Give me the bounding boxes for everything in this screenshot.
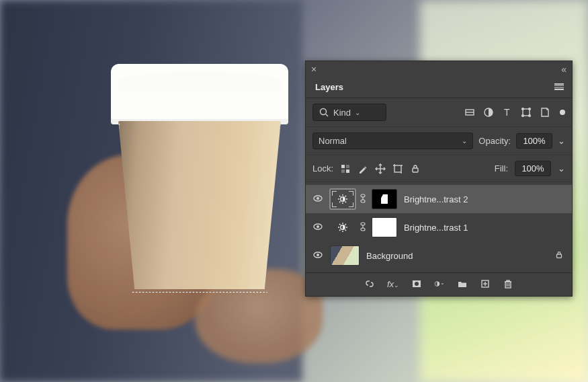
svg-line-31 bbox=[345, 202, 347, 203]
add-mask-icon[interactable] bbox=[411, 278, 422, 289]
svg-point-9 bbox=[522, 115, 524, 117]
layer-name[interactable]: Brightne...trast 1 bbox=[404, 223, 565, 233]
visibility-toggle[interactable] bbox=[312, 193, 323, 206]
blend-mode-dropdown[interactable]: Normal ⌄ bbox=[312, 132, 473, 149]
mask-link-icon[interactable] bbox=[360, 221, 368, 234]
close-icon[interactable]: × bbox=[311, 64, 317, 75]
svg-rect-17 bbox=[394, 165, 401, 172]
panel-footer: fx⌄ ⌄ bbox=[306, 272, 572, 296]
cup-lid bbox=[111, 64, 288, 124]
svg-line-33 bbox=[345, 196, 347, 197]
svg-point-10 bbox=[529, 115, 531, 117]
svg-point-7 bbox=[522, 108, 524, 110]
svg-point-0 bbox=[321, 109, 327, 115]
svg-line-46 bbox=[339, 230, 341, 231]
layers-panel: × « Layers Kind ⌄ T Normal ⌄ Opac bbox=[305, 61, 573, 297]
layer-background[interactable]: Background bbox=[306, 241, 572, 270]
filter-adjustment-icon[interactable] bbox=[483, 107, 494, 118]
layer-brightness-contrast-2[interactable]: Brightne...trast 2 bbox=[306, 185, 572, 213]
layer-effects-button[interactable]: fx⌄ bbox=[387, 279, 399, 289]
visibility-toggle[interactable] bbox=[312, 250, 323, 262]
brightness-icon bbox=[337, 194, 348, 204]
brightness-icon bbox=[337, 222, 348, 233]
svg-rect-64 bbox=[507, 280, 509, 282]
filter-smartobject-icon[interactable] bbox=[540, 107, 550, 118]
svg-line-45 bbox=[345, 230, 347, 231]
filter-shape-icon[interactable] bbox=[521, 107, 532, 118]
tab-layers[interactable]: Layers bbox=[306, 76, 353, 98]
panel-header: × « bbox=[306, 61, 572, 76]
panel-tabs: Layers bbox=[306, 76, 572, 98]
svg-point-52 bbox=[317, 254, 319, 256]
adjustment-thumbnail[interactable] bbox=[330, 217, 355, 237]
new-layer-icon[interactable] bbox=[480, 278, 491, 289]
svg-rect-53 bbox=[557, 254, 562, 258]
svg-point-55 bbox=[415, 282, 419, 286]
layer-mask-thumbnail[interactable] bbox=[372, 217, 397, 237]
delete-layer-icon[interactable] bbox=[503, 278, 513, 289]
link-layers-icon[interactable] bbox=[364, 278, 375, 289]
filter-toggle[interactable] bbox=[560, 110, 565, 115]
layer-brightness-contrast-1[interactable]: Brightne...trast 1 bbox=[306, 213, 572, 241]
image-thumbnail[interactable] bbox=[330, 245, 360, 266]
lock-label: Lock: bbox=[312, 163, 333, 174]
svg-line-30 bbox=[339, 196, 341, 197]
svg-point-8 bbox=[529, 108, 531, 110]
svg-line-32 bbox=[339, 202, 341, 203]
svg-rect-12 bbox=[346, 165, 349, 168]
opacity-value[interactable] bbox=[521, 136, 548, 146]
search-icon bbox=[319, 107, 329, 118]
lock-artboard-icon[interactable] bbox=[392, 163, 403, 174]
chevron-down-icon: ⌄ bbox=[355, 109, 360, 116]
collapse-icon[interactable]: « bbox=[561, 64, 566, 75]
opacity-input[interactable] bbox=[516, 133, 552, 149]
svg-rect-13 bbox=[341, 169, 345, 173]
panel-menu-button[interactable] bbox=[552, 79, 566, 94]
svg-point-24 bbox=[317, 197, 319, 200]
filter-row: Kind ⌄ T bbox=[306, 98, 572, 127]
svg-point-38 bbox=[317, 225, 319, 228]
fill-value[interactable] bbox=[519, 163, 546, 174]
blend-opacity-row: Normal ⌄ Opacity: ⌄ bbox=[306, 127, 572, 155]
svg-text:T: T bbox=[504, 107, 510, 118]
chevron-down-icon: ⌄ bbox=[462, 137, 467, 145]
adjustment-thumbnail[interactable] bbox=[330, 189, 355, 209]
svg-line-47 bbox=[345, 224, 347, 225]
blend-mode-value: Normal bbox=[319, 136, 347, 146]
svg-line-1 bbox=[326, 114, 328, 116]
svg-line-44 bbox=[339, 224, 341, 225]
lock-position-icon[interactable] bbox=[375, 163, 386, 174]
svg-rect-22 bbox=[413, 168, 418, 172]
fill-label: Fill: bbox=[495, 163, 508, 174]
hamburger-icon bbox=[554, 83, 564, 90]
lock-all-icon[interactable] bbox=[410, 163, 421, 174]
svg-rect-6 bbox=[523, 109, 530, 116]
filter-type-dropdown[interactable]: Kind ⌄ bbox=[312, 104, 386, 121]
filter-pixel-icon[interactable] bbox=[464, 107, 475, 118]
mask-link-icon[interactable] bbox=[360, 193, 368, 206]
svg-rect-60 bbox=[505, 282, 511, 288]
new-adjustment-icon[interactable]: ⌄ bbox=[434, 278, 445, 289]
svg-rect-11 bbox=[341, 165, 345, 168]
selection-marquee bbox=[119, 116, 280, 293]
new-group-icon[interactable] bbox=[457, 278, 468, 289]
chevron-down-icon[interactable]: ⌄ bbox=[558, 136, 565, 146]
lock-pixels-icon[interactable] bbox=[358, 163, 368, 174]
opacity-label: Opacity: bbox=[478, 136, 511, 146]
lock-transparency-icon[interactable] bbox=[340, 163, 351, 174]
filter-type-icon[interactable]: T bbox=[502, 107, 513, 118]
layer-mask-thumbnail[interactable] bbox=[372, 189, 397, 209]
layers-list: Brightne...trast 2 Brightne...trast 1 Ba… bbox=[306, 182, 572, 272]
visibility-toggle[interactable] bbox=[312, 221, 323, 234]
lock-fill-row: Lock: Fill: ⌄ bbox=[306, 155, 572, 182]
svg-rect-14 bbox=[346, 169, 349, 173]
layer-name[interactable]: Brightne...trast 2 bbox=[404, 194, 565, 204]
filter-type-label: Kind bbox=[333, 108, 351, 118]
layer-name[interactable]: Background bbox=[366, 251, 546, 261]
fill-input[interactable] bbox=[515, 161, 551, 176]
lock-icon[interactable] bbox=[553, 250, 565, 262]
chevron-down-icon[interactable]: ⌄ bbox=[558, 163, 565, 174]
